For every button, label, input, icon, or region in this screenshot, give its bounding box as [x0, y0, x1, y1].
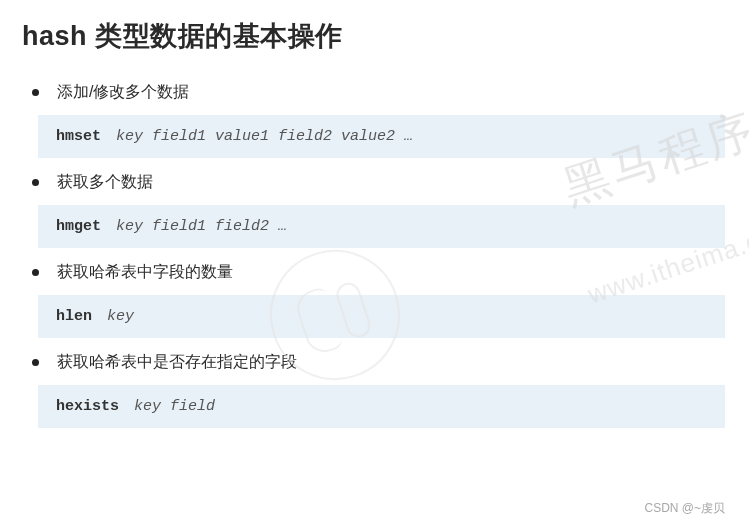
- bullet-icon: [32, 269, 39, 276]
- list-item: 获取哈希表中字段的数量 hlen key: [28, 262, 727, 338]
- code-command: hlen: [56, 308, 92, 325]
- op-heading: 获取哈希表中是否存在指定的字段: [28, 352, 727, 373]
- op-label: 添加/修改多个数据: [57, 82, 189, 103]
- code-block: hlen key: [38, 295, 725, 338]
- op-label: 获取哈希表中是否存在指定的字段: [57, 352, 297, 373]
- list-item: 添加/修改多个数据 hmset key field1 value1 field2…: [28, 82, 727, 158]
- code-args: key: [107, 308, 134, 325]
- code-block: hmget key field1 field2 …: [38, 205, 725, 248]
- page-title: hash 类型数据的基本操作: [22, 18, 727, 54]
- code-command: hmget: [56, 218, 101, 235]
- code-args: key field1 field2 …: [116, 218, 287, 235]
- op-label: 获取多个数据: [57, 172, 153, 193]
- code-command: hexists: [56, 398, 119, 415]
- code-block: hmset key field1 value1 field2 value2 …: [38, 115, 725, 158]
- code-block: hexists key field: [38, 385, 725, 428]
- op-heading: 获取哈希表中字段的数量: [28, 262, 727, 283]
- code-args: key field: [134, 398, 215, 415]
- attribution-text: CSDN @~虔贝: [644, 500, 725, 517]
- list-item: 获取多个数据 hmget key field1 field2 …: [28, 172, 727, 248]
- bullet-icon: [32, 179, 39, 186]
- op-heading: 获取多个数据: [28, 172, 727, 193]
- code-args: key field1 value1 field2 value2 …: [116, 128, 413, 145]
- operations-list: 添加/修改多个数据 hmset key field1 value1 field2…: [22, 82, 727, 428]
- op-label: 获取哈希表中字段的数量: [57, 262, 233, 283]
- bullet-icon: [32, 89, 39, 96]
- code-command: hmset: [56, 128, 101, 145]
- op-heading: 添加/修改多个数据: [28, 82, 727, 103]
- bullet-icon: [32, 359, 39, 366]
- list-item: 获取哈希表中是否存在指定的字段 hexists key field: [28, 352, 727, 428]
